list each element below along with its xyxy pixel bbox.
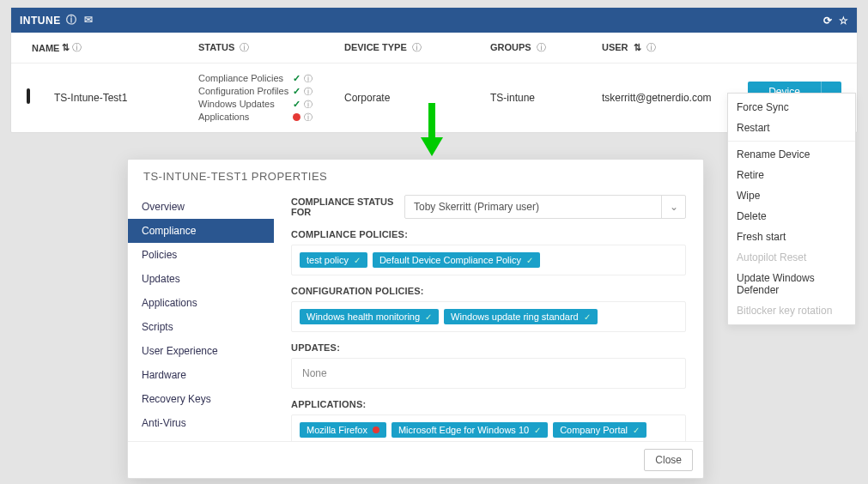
sidebar-item[interactable]: Updates <box>128 267 274 291</box>
info-icon[interactable]: ⓘ <box>412 42 422 52</box>
check-icon: ✓ <box>354 256 361 265</box>
favorite-icon[interactable]: ☆ <box>839 15 848 27</box>
chip-label: Mozilla Firefox <box>307 425 367 435</box>
chip[interactable]: Microsoft Edge for Windows 10✓ <box>392 422 548 438</box>
check-icon: ✓ <box>534 426 541 435</box>
fail-icon <box>293 113 300 121</box>
info-icon[interactable]: ⓘ <box>72 41 82 54</box>
dropdown-item[interactable]: Force Sync <box>728 97 855 118</box>
status-line: Configuration Profiles✓ⓘ <box>198 85 344 98</box>
modal-sidebar: OverviewCompliancePoliciesUpdatesApplica… <box>128 191 274 441</box>
col-user[interactable]: USER <box>602 42 628 52</box>
dropdown-item[interactable]: Wipe <box>728 185 855 206</box>
updates-box: None <box>291 358 686 389</box>
user-select[interactable]: Toby Skerritt (Primary user) ⌄ <box>404 195 686 219</box>
status-label: Configuration Profiles <box>198 85 293 98</box>
device-name[interactable]: TS-Intune-Test1 <box>54 92 127 104</box>
compliance-policies-box: test policy✓Default Device Compliance Po… <box>291 245 686 275</box>
status-label: Compliance Policies <box>198 72 293 85</box>
check-icon: ✓ <box>293 72 300 85</box>
info-icon[interactable]: ⓘ <box>304 85 313 98</box>
info-icon[interactable]: ⓘ <box>646 42 656 52</box>
dropdown-item[interactable]: Fresh start <box>728 227 855 247</box>
status-cell: Compliance Policies✓ⓘConfiguration Profi… <box>198 72 344 124</box>
sidebar-item[interactable]: Scripts <box>128 315 274 339</box>
fail-icon <box>373 427 379 433</box>
info-icon[interactable]: ⓘ <box>66 14 76 26</box>
configuration-policies-label: CONFIGURATION POLICIES: <box>291 286 686 296</box>
col-name[interactable]: NAME <box>32 43 59 53</box>
col-status[interactable]: STATUS <box>198 42 234 52</box>
device-actions-dropdown: Force SyncRestartRename DeviceRetireWipe… <box>727 93 856 325</box>
chevron-down-icon[interactable]: ⌄ <box>661 196 685 218</box>
chip[interactable]: Company Portal✓ <box>553 422 646 438</box>
sidebar-item[interactable]: Applications <box>128 291 274 315</box>
sort-icon[interactable]: ⇅ <box>62 42 70 53</box>
sidebar-item[interactable]: Recovery Keys <box>128 387 274 411</box>
sidebar-item[interactable]: Policies <box>128 243 274 267</box>
table-header: NAME ⇅ ⓘ STATUS ⓘ DEVICE TYPE ⓘ GROUPS ⓘ… <box>11 33 857 64</box>
col-device-type[interactable]: DEVICE TYPE <box>344 42 407 52</box>
chip-label: Windows update ring standard <box>451 312 579 322</box>
updates-none: None <box>297 364 680 383</box>
dropdown-item[interactable]: Retire <box>728 165 855 185</box>
panel-header: INTUNE ⓘ ✉ ⟳ ☆ <box>11 8 857 33</box>
info-icon[interactable]: ⓘ <box>304 72 313 85</box>
info-icon[interactable]: ⓘ <box>304 98 313 111</box>
info-icon[interactable]: ⓘ <box>304 111 313 124</box>
device-type-value: Corporate <box>344 92 490 104</box>
chip-label: Windows health monitoring <box>307 312 420 322</box>
chip[interactable]: Mozilla Firefox <box>300 422 386 438</box>
dropdown-item[interactable]: Update Windows Defender <box>728 268 855 300</box>
modal-title: TS-INTUNE-TEST1 PROPERTIES <box>128 160 703 191</box>
properties-modal: TS-INTUNE-TEST1 PROPERTIES OverviewCompl… <box>127 159 704 479</box>
check-icon: ✓ <box>293 85 300 98</box>
check-icon: ✓ <box>293 98 300 111</box>
info-icon[interactable]: ⓘ <box>537 42 546 52</box>
status-label: Applications <box>198 111 293 124</box>
chip-label: Default Device Compliance Policy <box>379 255 521 265</box>
chip[interactable]: Windows health monitoring✓ <box>300 309 439 324</box>
refresh-icon[interactable]: ⟳ <box>823 15 832 27</box>
chip-label: Company Portal <box>560 425 628 435</box>
sidebar-item[interactable]: User Experience <box>128 339 274 363</box>
chip[interactable]: test policy✓ <box>300 252 367 268</box>
col-groups[interactable]: GROUPS <box>490 42 531 52</box>
dropdown-item[interactable]: Rename Device <box>728 144 855 165</box>
sidebar-item[interactable]: Compliance <box>128 219 274 243</box>
user-value: tskerritt@getnerdio.com <box>602 92 748 104</box>
sidebar-item[interactable]: Hardware <box>128 363 274 387</box>
status-line: Applicationsⓘ <box>198 111 344 124</box>
chip[interactable]: Default Device Compliance Policy✓ <box>373 252 540 268</box>
green-arrow-annotation <box>421 103 443 156</box>
check-icon: ✓ <box>633 426 640 435</box>
sidebar-item[interactable]: Overview <box>128 195 274 219</box>
check-icon: ✓ <box>526 256 533 265</box>
applications-box: Mozilla FirefoxMicrosoft Edge for Window… <box>291 414 686 441</box>
configuration-policies-box: Windows health monitoring✓Windows update… <box>291 301 686 332</box>
sidebar-item[interactable]: Anti-Virus <box>128 411 274 435</box>
modal-main: COMPLIANCE STATUS FOR Toby Skerritt (Pri… <box>274 191 703 441</box>
dropdown-item[interactable]: Delete <box>728 206 855 227</box>
sort-icon[interactable]: ⇅ <box>634 42 641 52</box>
check-icon: ✓ <box>425 312 432 322</box>
panel-header-icons: ⓘ ✉ <box>66 13 93 27</box>
info-icon[interactable]: ⓘ <box>240 42 249 52</box>
chip[interactable]: Windows update ring standard✓ <box>444 309 598 324</box>
compliance-policies-label: COMPLIANCE POLICIES: <box>291 229 686 239</box>
groups-value: TS-intune <box>490 92 602 104</box>
dropdown-item: Autopilot Reset <box>728 247 855 268</box>
chip-label: Microsoft Edge for Windows 10 <box>398 425 529 435</box>
user-select-value: Toby Skerritt (Primary user) <box>414 201 539 213</box>
chip-label: test policy <box>307 255 349 265</box>
close-button[interactable]: Close <box>644 449 693 471</box>
status-label: Windows Updates <box>198 98 293 111</box>
dropdown-item[interactable]: Restart <box>728 118 855 138</box>
panel-title: INTUNE <box>20 15 61 27</box>
status-line: Compliance Policies✓ⓘ <box>198 72 344 85</box>
chat-icon[interactable]: ✉ <box>84 14 93 26</box>
updates-label: UPDATES: <box>291 342 686 353</box>
check-icon: ✓ <box>584 312 591 322</box>
applications-label: APPLICATIONS: <box>291 399 686 409</box>
dropdown-item: Bitlocker key rotation <box>728 300 855 321</box>
